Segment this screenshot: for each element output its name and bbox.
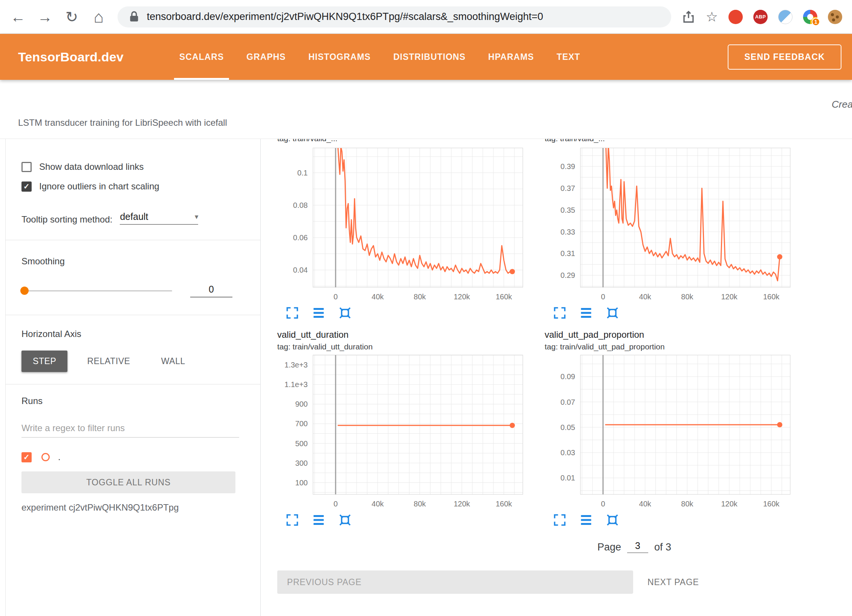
chart-tag: tag: train/valid_utt_duration — [277, 342, 526, 351]
toggle-all-runs-button[interactable]: TOGGLE ALL RUNS — [21, 471, 235, 493]
runs-label: Runs — [21, 396, 245, 406]
show-download-links-checkbox[interactable] — [21, 162, 32, 172]
fit-domain-icon[interactable] — [606, 306, 619, 320]
svg-text:80k: 80k — [414, 500, 426, 508]
share-icon[interactable] — [682, 10, 695, 24]
chart-tag: tag: train/valid_utt_pad_proportion — [545, 342, 793, 351]
svg-text:0.05: 0.05 — [560, 423, 575, 432]
next-page-button[interactable]: NEXT PAGE — [647, 577, 699, 587]
log-scale-icon[interactable] — [312, 306, 325, 320]
back-icon[interactable]: ← — [10, 9, 26, 24]
pie-extension-icon[interactable]: 1 — [803, 10, 817, 24]
smoothing-slider-knob[interactable] — [20, 287, 29, 295]
browser-toolbar: ← → ↻ ⌂ tensorboard.dev/experiment/cj2vt… — [0, 0, 852, 34]
svg-text:40k: 40k — [372, 500, 384, 508]
ignore-outliers-label: Ignore outliers in chart scaling — [39, 181, 159, 192]
chart-actions — [277, 513, 526, 527]
smoothing-slider-track[interactable] — [21, 290, 172, 291]
send-feedback-button[interactable]: SEND FEEDBACK — [728, 44, 841, 70]
forward-icon[interactable]: → — [37, 9, 53, 24]
svg-text:1.1e+3: 1.1e+3 — [284, 380, 308, 389]
pager-buttons: PREVIOUS PAGE NEXT PAGE — [277, 570, 852, 594]
maximize-chart-icon[interactable] — [286, 513, 299, 527]
smoothing-value-input[interactable]: 0 — [190, 284, 232, 297]
fit-domain-icon[interactable] — [338, 306, 352, 320]
brand-logo[interactable]: TensorBoard.dev — [18, 50, 124, 64]
maximize-chart-icon[interactable] — [553, 513, 566, 527]
tab-hparams[interactable]: HPARAMS — [477, 34, 545, 80]
home-icon[interactable]: ⌂ — [90, 9, 107, 25]
pagination: Page 3 of 3 — [597, 540, 852, 553]
runs-filter-input[interactable]: Write a regex to filter runs — [21, 423, 239, 438]
cookie-extension-icon[interactable] — [828, 10, 842, 24]
ignore-outliers-checkbox[interactable]: ✓ — [21, 181, 32, 192]
adblock-extension-icon[interactable] — [728, 10, 743, 24]
run-list-item[interactable]: ✓ . — [21, 452, 245, 462]
svg-text:0.09: 0.09 — [560, 372, 575, 381]
content-area: Show data download links ✓ Ignore outlie… — [0, 139, 852, 616]
run-checkbox[interactable]: ✓ — [21, 452, 32, 462]
experiment-id-text: experiment cj2vtPiwQHKN9Q1tx6PTpg — [21, 502, 245, 513]
clipped-created-text: Crea — [832, 99, 852, 110]
svg-text:900: 900 — [295, 400, 308, 408]
svg-text:80k: 80k — [414, 293, 426, 301]
url-bar[interactable]: tensorboard.dev/experiment/cj2vtPiwQHKN9… — [118, 6, 671, 27]
svg-text:0: 0 — [333, 500, 337, 508]
scalar-chart-canvas[interactable]: 0.010.030.050.070.09040k80k120k160k — [545, 354, 793, 511]
tab-graphs[interactable]: GRAPHS — [235, 34, 297, 80]
run-name: . — [58, 452, 61, 462]
smoothing-label: Smoothing — [21, 256, 245, 267]
bookmark-star-icon[interactable]: ☆ — [706, 10, 718, 24]
log-scale-icon[interactable] — [579, 513, 593, 527]
extension-badge: 1 — [812, 18, 820, 26]
svg-text:0.1: 0.1 — [297, 169, 308, 177]
maximize-chart-icon[interactable] — [286, 306, 299, 320]
fit-domain-icon[interactable] — [338, 513, 352, 527]
svg-text:40k: 40k — [372, 293, 384, 301]
chart-title: valid_utt_duration — [277, 329, 526, 340]
svg-text:300: 300 — [295, 459, 308, 467]
settings-sidebar: Show data download links ✓ Ignore outlie… — [5, 139, 261, 616]
svg-text:0.39: 0.39 — [560, 162, 575, 171]
tooltip-sorting-select[interactable]: default ▾ — [120, 211, 198, 225]
scalar-chart-canvas[interactable]: 0.290.310.330.350.370.39040k80k120k160k — [545, 146, 793, 304]
axis-relative-button[interactable]: RELATIVE — [76, 351, 141, 372]
svg-text:0.29: 0.29 — [560, 271, 575, 279]
tab-text[interactable]: TEXT — [545, 34, 592, 80]
ignore-outliers-row[interactable]: ✓ Ignore outliers in chart scaling — [21, 181, 245, 192]
fit-domain-icon[interactable] — [606, 513, 619, 527]
reload-icon[interactable]: ↻ — [64, 9, 80, 24]
svg-text:80k: 80k — [681, 293, 693, 301]
tooltip-sorting-label: Tooltip sorting method: — [21, 214, 112, 225]
charts-grid: tag: train/valid_... 0.040.060.080.1040k… — [277, 139, 852, 527]
scalar-chart-canvas[interactable]: 1003005007009001.1e+31.3e+3040k80k120k16… — [277, 354, 526, 511]
svg-text:0: 0 — [601, 293, 605, 301]
svg-text:80k: 80k — [681, 500, 693, 508]
svg-text:160k: 160k — [496, 500, 512, 508]
url-text: tensorboard.dev/experiment/cj2vtPiwQHKN9… — [147, 11, 543, 23]
log-scale-icon[interactable] — [312, 513, 325, 527]
tab-distributions[interactable]: DISTRIBUTIONS — [382, 34, 477, 80]
svg-text:0.08: 0.08 — [293, 201, 308, 209]
svg-text:120k: 120k — [721, 500, 737, 508]
axis-wall-button[interactable]: WALL — [150, 351, 197, 372]
lock-icon — [127, 10, 141, 24]
log-scale-icon[interactable] — [579, 306, 593, 320]
clipped-chart-tag: tag: train/valid_... — [545, 139, 793, 144]
axis-step-button[interactable]: STEP — [21, 351, 67, 372]
maximize-chart-icon[interactable] — [553, 306, 566, 320]
blue-extension-icon[interactable] — [778, 10, 792, 24]
page-number-input[interactable]: 3 — [627, 540, 648, 553]
sidebar-divider — [6, 384, 260, 384]
tab-histograms[interactable]: HISTOGRAMS — [297, 34, 382, 80]
abp-extension-icon[interactable]: ABP — [753, 10, 768, 24]
svg-text:0.01: 0.01 — [560, 474, 575, 482]
chart-card: valid_utt_duration tag: train/valid_utt_… — [277, 329, 526, 527]
sidebar-divider — [6, 240, 260, 240]
show-download-links-row[interactable]: Show data download links — [21, 162, 245, 172]
scalar-chart-canvas[interactable]: 0.040.060.080.1040k80k120k160k — [277, 146, 526, 304]
previous-page-button[interactable]: PREVIOUS PAGE — [277, 570, 633, 594]
tab-scalars[interactable]: SCALARS — [168, 34, 235, 80]
svg-text:0.31: 0.31 — [560, 249, 575, 258]
tensorboard-header: TensorBoard.dev SCALARS GRAPHS HISTOGRAM… — [0, 34, 852, 80]
